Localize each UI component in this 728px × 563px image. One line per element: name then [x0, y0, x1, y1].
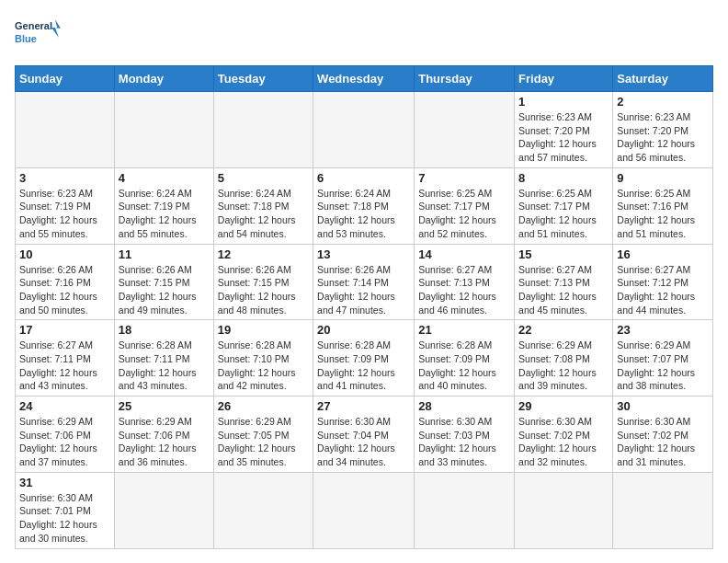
weekday-header-row: SundayMondayTuesdayWednesdayThursdayFrid…: [16, 66, 713, 92]
day-number: 18: [119, 323, 210, 337]
calendar-table: SundayMondayTuesdayWednesdayThursdayFrid…: [15, 65, 713, 549]
calendar-day-cell: 22Sunrise: 6:29 AM Sunset: 7:08 PM Dayli…: [515, 320, 613, 396]
calendar-day-cell: [114, 92, 213, 168]
calendar-day-cell: 1Sunrise: 6:23 AM Sunset: 7:20 PM Daylig…: [515, 92, 613, 168]
day-number: 17: [19, 323, 110, 337]
calendar-day-cell: 26Sunrise: 6:29 AM Sunset: 7:05 PM Dayli…: [213, 396, 313, 473]
day-number: 6: [317, 171, 410, 185]
day-info: Sunrise: 6:30 AM Sunset: 7:02 PM Dayligh…: [617, 415, 709, 469]
calendar-day-cell: 3Sunrise: 6:23 AM Sunset: 7:19 PM Daylig…: [16, 167, 115, 244]
calendar-day-cell: [313, 92, 415, 168]
day-number: 3: [19, 171, 110, 185]
day-number: 23: [617, 323, 709, 337]
day-number: 19: [218, 323, 309, 337]
day-number: 24: [19, 399, 110, 413]
day-number: 7: [418, 171, 510, 185]
day-number: 9: [617, 171, 709, 185]
day-info: Sunrise: 6:23 AM Sunset: 7:19 PM Dayligh…: [19, 187, 110, 241]
calendar-week-6: 31Sunrise: 6:30 AM Sunset: 7:01 PM Dayli…: [16, 472, 713, 548]
calendar-day-cell: 25Sunrise: 6:29 AM Sunset: 7:06 PM Dayli…: [114, 396, 213, 473]
calendar-day-cell: [114, 472, 213, 548]
day-info: Sunrise: 6:28 AM Sunset: 7:10 PM Dayligh…: [218, 339, 309, 393]
day-info: Sunrise: 6:25 AM Sunset: 7:17 PM Dayligh…: [418, 187, 510, 241]
calendar-week-2: 3Sunrise: 6:23 AM Sunset: 7:19 PM Daylig…: [16, 167, 713, 244]
day-info: Sunrise: 6:29 AM Sunset: 7:06 PM Dayligh…: [19, 415, 110, 469]
calendar-day-cell: 14Sunrise: 6:27 AM Sunset: 7:13 PM Dayli…: [415, 244, 515, 320]
day-info: Sunrise: 6:26 AM Sunset: 7:16 PM Dayligh…: [19, 263, 110, 317]
day-info: Sunrise: 6:26 AM Sunset: 7:15 PM Dayligh…: [218, 263, 309, 317]
day-info: Sunrise: 6:26 AM Sunset: 7:14 PM Dayligh…: [317, 263, 410, 317]
day-info: Sunrise: 6:29 AM Sunset: 7:07 PM Dayligh…: [617, 339, 709, 393]
calendar-day-cell: 29Sunrise: 6:30 AM Sunset: 7:02 PM Dayli…: [515, 396, 613, 473]
day-info: Sunrise: 6:27 AM Sunset: 7:11 PM Dayligh…: [19, 339, 110, 393]
calendar-day-cell: 2Sunrise: 6:23 AM Sunset: 7:20 PM Daylig…: [613, 92, 713, 168]
day-number: 30: [617, 399, 709, 413]
calendar-day-cell: 5Sunrise: 6:24 AM Sunset: 7:18 PM Daylig…: [213, 167, 313, 244]
day-number: 13: [317, 247, 410, 261]
logo-svg: General Blue: [15, 15, 61, 56]
day-info: Sunrise: 6:24 AM Sunset: 7:18 PM Dayligh…: [317, 187, 410, 241]
calendar-day-cell: 21Sunrise: 6:28 AM Sunset: 7:09 PM Dayli…: [415, 320, 515, 396]
weekday-header-sunday: Sunday: [16, 66, 115, 92]
day-info: Sunrise: 6:23 AM Sunset: 7:20 PM Dayligh…: [518, 110, 609, 165]
calendar-week-3: 10Sunrise: 6:26 AM Sunset: 7:16 PM Dayli…: [16, 244, 713, 320]
day-info: Sunrise: 6:30 AM Sunset: 7:01 PM Dayligh…: [19, 491, 110, 546]
calendar-day-cell: [613, 472, 713, 548]
page-header: General Blue: [15, 15, 713, 56]
day-number: 21: [418, 323, 510, 337]
calendar-day-cell: 30Sunrise: 6:30 AM Sunset: 7:02 PM Dayli…: [613, 396, 713, 473]
day-info: Sunrise: 6:27 AM Sunset: 7:12 PM Dayligh…: [617, 263, 709, 317]
day-number: 2: [617, 95, 709, 109]
calendar-day-cell: 31Sunrise: 6:30 AM Sunset: 7:01 PM Dayli…: [16, 472, 115, 548]
calendar-day-cell: 17Sunrise: 6:27 AM Sunset: 7:11 PM Dayli…: [16, 320, 115, 396]
calendar-day-cell: [515, 472, 613, 548]
day-info: Sunrise: 6:25 AM Sunset: 7:16 PM Dayligh…: [617, 187, 709, 241]
day-number: 8: [518, 171, 609, 185]
calendar-day-cell: 15Sunrise: 6:27 AM Sunset: 7:13 PM Dayli…: [515, 244, 613, 320]
calendar-day-cell: 27Sunrise: 6:30 AM Sunset: 7:04 PM Dayli…: [313, 396, 415, 473]
weekday-header-friday: Friday: [515, 66, 613, 92]
logo: General Blue: [15, 15, 61, 56]
day-number: 31: [19, 476, 110, 489]
day-number: 10: [19, 247, 110, 261]
calendar-day-cell: 8Sunrise: 6:25 AM Sunset: 7:17 PM Daylig…: [515, 167, 613, 244]
day-number: 12: [218, 247, 309, 261]
day-info: Sunrise: 6:27 AM Sunset: 7:13 PM Dayligh…: [518, 263, 609, 317]
day-number: 20: [317, 323, 410, 337]
calendar-day-cell: 4Sunrise: 6:24 AM Sunset: 7:19 PM Daylig…: [114, 167, 213, 244]
calendar-day-cell: 6Sunrise: 6:24 AM Sunset: 7:18 PM Daylig…: [313, 167, 415, 244]
day-number: 5: [218, 171, 309, 185]
calendar-day-cell: 9Sunrise: 6:25 AM Sunset: 7:16 PM Daylig…: [613, 167, 713, 244]
day-info: Sunrise: 6:27 AM Sunset: 7:13 PM Dayligh…: [418, 263, 510, 317]
calendar-day-cell: 23Sunrise: 6:29 AM Sunset: 7:07 PM Dayli…: [613, 320, 713, 396]
calendar-day-cell: 10Sunrise: 6:26 AM Sunset: 7:16 PM Dayli…: [16, 244, 115, 320]
calendar-day-cell: 7Sunrise: 6:25 AM Sunset: 7:17 PM Daylig…: [415, 167, 515, 244]
calendar-day-cell: 19Sunrise: 6:28 AM Sunset: 7:10 PM Dayli…: [213, 320, 313, 396]
calendar-day-cell: 28Sunrise: 6:30 AM Sunset: 7:03 PM Dayli…: [415, 396, 515, 473]
day-info: Sunrise: 6:25 AM Sunset: 7:17 PM Dayligh…: [518, 187, 609, 241]
day-number: 1: [518, 95, 609, 109]
calendar-day-cell: [213, 92, 313, 168]
day-info: Sunrise: 6:29 AM Sunset: 7:06 PM Dayligh…: [119, 415, 210, 469]
day-number: 29: [518, 399, 609, 413]
day-number: 15: [518, 247, 609, 261]
calendar-day-cell: 16Sunrise: 6:27 AM Sunset: 7:12 PM Dayli…: [613, 244, 713, 320]
day-info: Sunrise: 6:24 AM Sunset: 7:19 PM Dayligh…: [119, 187, 210, 241]
svg-text:Blue: Blue: [15, 33, 37, 44]
day-number: 11: [119, 247, 210, 261]
day-info: Sunrise: 6:30 AM Sunset: 7:02 PM Dayligh…: [518, 415, 609, 469]
day-number: 26: [218, 399, 309, 413]
day-number: 25: [119, 399, 210, 413]
calendar-day-cell: 12Sunrise: 6:26 AM Sunset: 7:15 PM Dayli…: [213, 244, 313, 320]
day-info: Sunrise: 6:24 AM Sunset: 7:18 PM Dayligh…: [218, 187, 309, 241]
day-number: 28: [418, 399, 510, 413]
day-info: Sunrise: 6:29 AM Sunset: 7:05 PM Dayligh…: [218, 415, 309, 469]
weekday-header-monday: Monday: [114, 66, 213, 92]
day-number: 14: [418, 247, 510, 261]
weekday-header-thursday: Thursday: [415, 66, 515, 92]
calendar-day-cell: 20Sunrise: 6:28 AM Sunset: 7:09 PM Dayli…: [313, 320, 415, 396]
day-info: Sunrise: 6:23 AM Sunset: 7:20 PM Dayligh…: [617, 110, 709, 165]
day-number: 22: [518, 323, 609, 337]
svg-text:General: General: [15, 20, 52, 31]
day-info: Sunrise: 6:26 AM Sunset: 7:15 PM Dayligh…: [119, 263, 210, 317]
